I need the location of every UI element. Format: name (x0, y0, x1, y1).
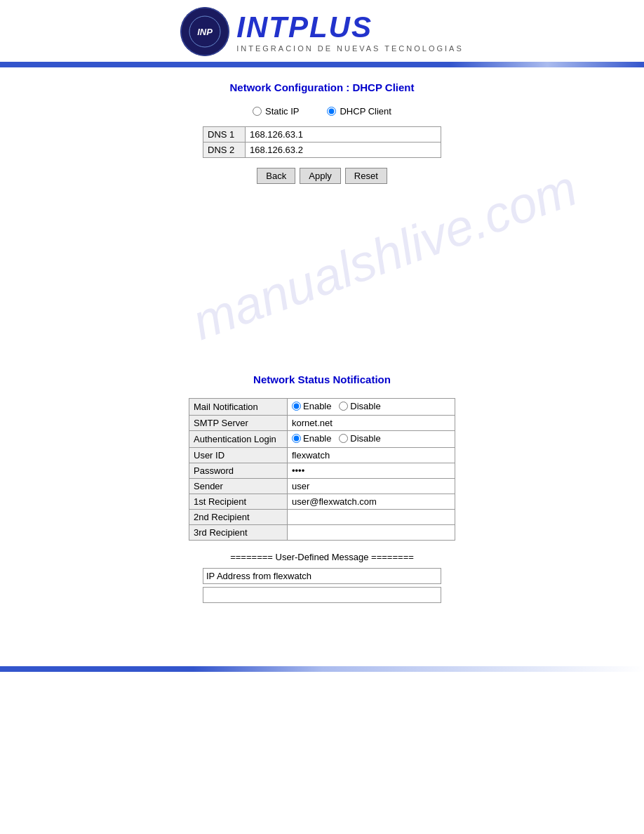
mail-enable-radio[interactable] (292, 402, 301, 411)
smtp-server-value (288, 416, 455, 431)
notification-table: Mail Notification Enable Disable SMTP Se… (189, 398, 455, 541)
password-label: Password (189, 463, 288, 479)
password-value (288, 463, 455, 479)
footer-area (0, 666, 644, 672)
dns2-cell (246, 143, 441, 158)
auth-enable-radio[interactable] (292, 434, 301, 443)
logo-circle: INP (180, 7, 229, 56)
mail-notification-value: Enable Disable (288, 399, 455, 416)
reset-button[interactable]: Reset (345, 168, 387, 184)
auth-disable-label: Disable (350, 433, 380, 444)
top-blue-bar (0, 62, 644, 67)
dns1-row: DNS 1 (203, 127, 441, 143)
mail-enable-label: Enable (303, 401, 331, 411)
message2-input[interactable] (203, 587, 441, 603)
dns2-row: DNS 2 (203, 143, 441, 158)
sender-row: Sender (189, 479, 455, 494)
recipient2-label: 2nd Recipient (189, 510, 288, 525)
logo-area: INP INTPLUS INTEGRACION DE NUEVAS TECNOL… (180, 7, 464, 56)
auth-login-row: Authentication Login Enable Disable (189, 431, 455, 448)
dns2-input[interactable] (250, 145, 436, 155)
network-config-buttons: Back Apply Reset (98, 168, 546, 184)
mail-notification-label: Mail Notification (189, 399, 288, 416)
static-ip-option[interactable]: Static IP (253, 106, 299, 117)
recipient3-input[interactable] (292, 527, 450, 538)
apply-button[interactable]: Apply (300, 168, 341, 184)
smtp-server-input[interactable] (292, 418, 450, 428)
user-defined-msg-label: ======== User-Defined Message ======== (98, 552, 546, 562)
password-row: Password (189, 463, 455, 479)
smtp-server-label: SMTP Server (189, 416, 288, 431)
recipient2-value (288, 510, 455, 525)
mail-disable-option[interactable]: Disable (339, 401, 380, 411)
footer-blue-bar (0, 666, 644, 672)
recipient3-label: 3rd Recipient (189, 525, 288, 541)
auth-login-label: Authentication Login (189, 431, 288, 448)
sender-label: Sender (189, 479, 288, 494)
message-box-area (98, 568, 546, 603)
recipient1-value (288, 494, 455, 510)
static-ip-label: Static IP (265, 106, 299, 117)
network-config-title: Network Configuration : DHCP Client (98, 81, 546, 93)
dns1-label: DNS 1 (203, 127, 246, 143)
sender-input[interactable] (292, 481, 450, 491)
watermark-area: manualshlive.com (98, 191, 546, 373)
auth-login-value: Enable Disable (288, 431, 455, 448)
auth-disable-radio[interactable] (339, 434, 348, 443)
header: INP INTPLUS INTEGRACION DE NUEVAS TECNOL… (0, 0, 644, 62)
dhcp-client-radio[interactable] (327, 107, 336, 116)
recipient1-label: 1st Recipient (189, 494, 288, 510)
auth-disable-option[interactable]: Disable (339, 433, 380, 444)
dns1-input[interactable] (250, 129, 436, 140)
network-config-section: Network Configuration : DHCP Client Stat… (98, 81, 546, 184)
auth-enable-option[interactable]: Enable (292, 433, 331, 444)
dhcp-client-option[interactable]: DHCP Client (327, 106, 391, 117)
notification-section: Network Status Notification Mail Notific… (98, 373, 546, 603)
svg-text:INP: INP (197, 27, 213, 37)
user-id-value (288, 448, 455, 463)
dns-table: DNS 1 DNS 2 (203, 126, 441, 158)
dns2-label: DNS 2 (203, 143, 246, 158)
logo-sub-text: INTEGRACION DE NUEVAS TECNOLOGIAS (236, 44, 464, 53)
sender-value (288, 479, 455, 494)
main-content: Network Configuration : DHCP Client Stat… (0, 67, 644, 624)
recipient2-row: 2nd Recipient (189, 510, 455, 525)
ip-mode-radio-row: Static IP DHCP Client (98, 106, 546, 117)
message1-input[interactable] (203, 568, 441, 584)
recipient2-input[interactable] (292, 512, 450, 522)
mail-enable-option[interactable]: Enable (292, 401, 331, 411)
password-input[interactable] (292, 465, 450, 476)
user-id-row: User ID (189, 448, 455, 463)
back-button[interactable]: Back (257, 168, 295, 184)
dhcp-client-label: DHCP Client (340, 106, 391, 117)
dns1-cell (246, 127, 441, 143)
mail-disable-radio[interactable] (339, 402, 348, 411)
recipient3-row: 3rd Recipient (189, 525, 455, 541)
recipient1-row: 1st Recipient (189, 494, 455, 510)
static-ip-radio[interactable] (253, 107, 262, 116)
watermark-text: manualshlive.com (185, 159, 584, 351)
auth-enable-label: Enable (303, 433, 331, 444)
smtp-server-row: SMTP Server (189, 416, 455, 431)
user-id-input[interactable] (292, 450, 450, 461)
logo-main-text: INTPLUS (236, 11, 373, 44)
user-id-label: User ID (189, 448, 288, 463)
recipient1-input[interactable] (292, 496, 450, 507)
mail-disable-label: Disable (350, 401, 380, 411)
mail-notification-row: Mail Notification Enable Disable (189, 399, 455, 416)
recipient3-value (288, 525, 455, 541)
notification-title: Network Status Notification (98, 373, 546, 385)
